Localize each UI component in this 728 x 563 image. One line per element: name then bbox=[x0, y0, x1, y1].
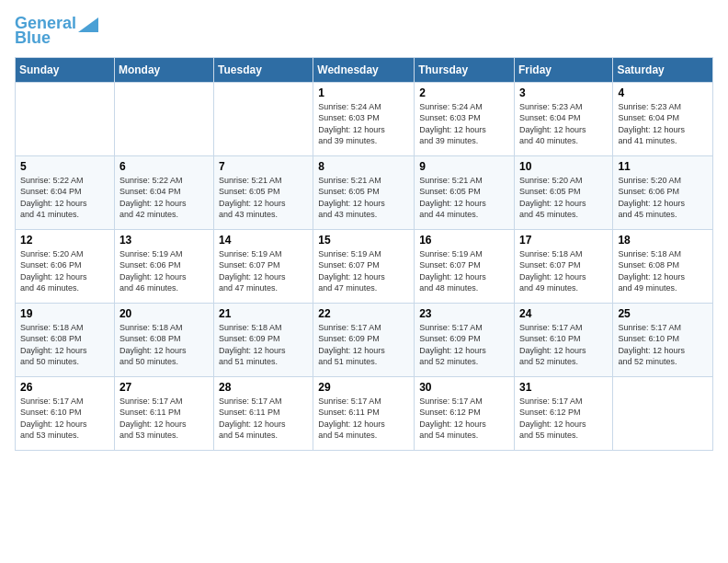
day-number: 4 bbox=[618, 86, 708, 99]
calendar-cell: 3Sunrise: 5:23 AM Sunset: 6:04 PM Daylig… bbox=[514, 82, 612, 155]
calendar-cell: 5Sunrise: 5:22 AM Sunset: 6:04 PM Daylig… bbox=[16, 155, 115, 229]
day-number: 20 bbox=[119, 307, 209, 320]
day-info: Sunrise: 5:18 AM Sunset: 6:08 PM Dayligh… bbox=[618, 248, 708, 294]
calendar-cell: 6Sunrise: 5:22 AM Sunset: 6:04 PM Daylig… bbox=[114, 155, 213, 229]
calendar-cell: 16Sunrise: 5:19 AM Sunset: 6:07 PM Dayli… bbox=[415, 229, 515, 303]
calendar-cell: 25Sunrise: 5:17 AM Sunset: 6:10 PM Dayli… bbox=[613, 303, 713, 376]
calendar-table: SundayMondayTuesdayWednesdayThursdayFrid… bbox=[15, 57, 713, 451]
day-number: 10 bbox=[519, 160, 608, 173]
day-number: 12 bbox=[20, 234, 109, 247]
calendar-cell: 30Sunrise: 5:17 AM Sunset: 6:12 PM Dayli… bbox=[415, 376, 515, 450]
calendar-cell: 17Sunrise: 5:18 AM Sunset: 6:07 PM Dayli… bbox=[514, 229, 612, 303]
day-number: 31 bbox=[519, 381, 608, 394]
day-number: 13 bbox=[119, 234, 209, 247]
day-number: 28 bbox=[219, 381, 308, 394]
day-info: Sunrise: 5:23 AM Sunset: 6:04 PM Dayligh… bbox=[618, 101, 708, 147]
calendar-week-row: 1Sunrise: 5:24 AM Sunset: 6:03 PM Daylig… bbox=[16, 82, 713, 155]
day-info: Sunrise: 5:19 AM Sunset: 6:07 PM Dayligh… bbox=[219, 248, 308, 294]
day-info: Sunrise: 5:21 AM Sunset: 6:05 PM Dayligh… bbox=[318, 175, 409, 221]
day-number: 26 bbox=[20, 381, 109, 394]
calendar-cell: 28Sunrise: 5:17 AM Sunset: 6:11 PM Dayli… bbox=[214, 376, 313, 450]
day-number: 3 bbox=[519, 86, 608, 99]
calendar-cell bbox=[114, 82, 213, 155]
svg-marker-0 bbox=[78, 17, 98, 32]
day-number: 25 bbox=[618, 307, 708, 320]
calendar-header-sunday: Sunday bbox=[16, 57, 115, 82]
day-number: 7 bbox=[219, 160, 308, 173]
calendar-cell: 4Sunrise: 5:23 AM Sunset: 6:04 PM Daylig… bbox=[613, 82, 713, 155]
day-number: 19 bbox=[20, 307, 109, 320]
day-info: Sunrise: 5:18 AM Sunset: 6:08 PM Dayligh… bbox=[119, 322, 209, 368]
day-number: 16 bbox=[419, 234, 509, 247]
calendar-cell: 29Sunrise: 5:17 AM Sunset: 6:11 PM Dayli… bbox=[313, 376, 415, 450]
calendar-cell: 14Sunrise: 5:19 AM Sunset: 6:07 PM Dayli… bbox=[214, 229, 313, 303]
calendar-cell: 10Sunrise: 5:20 AM Sunset: 6:05 PM Dayli… bbox=[514, 155, 612, 229]
calendar-cell: 15Sunrise: 5:19 AM Sunset: 6:07 PM Dayli… bbox=[313, 229, 415, 303]
day-number: 5 bbox=[20, 160, 109, 173]
day-number: 29 bbox=[318, 381, 409, 394]
calendar-cell: 23Sunrise: 5:17 AM Sunset: 6:09 PM Dayli… bbox=[415, 303, 515, 376]
calendar-cell: 19Sunrise: 5:18 AM Sunset: 6:08 PM Dayli… bbox=[16, 303, 115, 376]
day-info: Sunrise: 5:17 AM Sunset: 6:10 PM Dayligh… bbox=[618, 322, 708, 368]
day-info: Sunrise: 5:24 AM Sunset: 6:03 PM Dayligh… bbox=[419, 101, 509, 147]
day-number: 8 bbox=[318, 160, 409, 173]
day-info: Sunrise: 5:19 AM Sunset: 6:07 PM Dayligh… bbox=[419, 248, 509, 294]
calendar-header-saturday: Saturday bbox=[613, 57, 713, 82]
calendar-week-row: 12Sunrise: 5:20 AM Sunset: 6:06 PM Dayli… bbox=[16, 229, 713, 303]
day-number: 9 bbox=[419, 160, 509, 173]
day-info: Sunrise: 5:18 AM Sunset: 6:07 PM Dayligh… bbox=[519, 248, 608, 294]
day-number: 22 bbox=[318, 307, 409, 320]
day-number: 14 bbox=[219, 234, 308, 247]
day-info: Sunrise: 5:21 AM Sunset: 6:05 PM Dayligh… bbox=[419, 175, 509, 221]
day-info: Sunrise: 5:22 AM Sunset: 6:04 PM Dayligh… bbox=[20, 175, 109, 221]
day-info: Sunrise: 5:17 AM Sunset: 6:10 PM Dayligh… bbox=[20, 396, 109, 442]
day-info: Sunrise: 5:17 AM Sunset: 6:10 PM Dayligh… bbox=[519, 322, 608, 368]
calendar-cell bbox=[16, 82, 115, 155]
calendar-cell: 26Sunrise: 5:17 AM Sunset: 6:10 PM Dayli… bbox=[16, 376, 115, 450]
day-info: Sunrise: 5:17 AM Sunset: 6:12 PM Dayligh… bbox=[519, 396, 608, 442]
day-number: 24 bbox=[519, 307, 608, 320]
calendar-cell bbox=[613, 376, 713, 450]
calendar-header-friday: Friday bbox=[514, 57, 612, 82]
day-info: Sunrise: 5:19 AM Sunset: 6:06 PM Dayligh… bbox=[119, 248, 209, 294]
calendar-cell: 7Sunrise: 5:21 AM Sunset: 6:05 PM Daylig… bbox=[214, 155, 313, 229]
day-info: Sunrise: 5:20 AM Sunset: 6:05 PM Dayligh… bbox=[519, 175, 608, 221]
day-info: Sunrise: 5:24 AM Sunset: 6:03 PM Dayligh… bbox=[318, 101, 409, 147]
calendar-cell: 12Sunrise: 5:20 AM Sunset: 6:06 PM Dayli… bbox=[16, 229, 115, 303]
day-info: Sunrise: 5:20 AM Sunset: 6:06 PM Dayligh… bbox=[618, 175, 708, 221]
calendar-cell: 22Sunrise: 5:17 AM Sunset: 6:09 PM Dayli… bbox=[313, 303, 415, 376]
day-number: 18 bbox=[618, 234, 708, 247]
calendar-header-row: SundayMondayTuesdayWednesdayThursdayFrid… bbox=[16, 57, 713, 82]
logo-icon bbox=[78, 17, 98, 32]
day-info: Sunrise: 5:18 AM Sunset: 6:08 PM Dayligh… bbox=[20, 322, 109, 368]
calendar-header-tuesday: Tuesday bbox=[214, 57, 313, 82]
day-info: Sunrise: 5:17 AM Sunset: 6:12 PM Dayligh… bbox=[419, 396, 509, 442]
calendar-cell bbox=[214, 82, 313, 155]
day-number: 21 bbox=[219, 307, 308, 320]
calendar-cell: 24Sunrise: 5:17 AM Sunset: 6:10 PM Dayli… bbox=[514, 303, 612, 376]
logo: General Blue bbox=[15, 15, 98, 48]
calendar-header-thursday: Thursday bbox=[415, 57, 515, 82]
day-info: Sunrise: 5:21 AM Sunset: 6:05 PM Dayligh… bbox=[219, 175, 308, 221]
day-info: Sunrise: 5:17 AM Sunset: 6:11 PM Dayligh… bbox=[219, 396, 308, 442]
calendar-cell: 8Sunrise: 5:21 AM Sunset: 6:05 PM Daylig… bbox=[313, 155, 415, 229]
calendar-week-row: 26Sunrise: 5:17 AM Sunset: 6:10 PM Dayli… bbox=[16, 376, 713, 450]
day-number: 30 bbox=[419, 381, 509, 394]
day-info: Sunrise: 5:17 AM Sunset: 6:11 PM Dayligh… bbox=[318, 396, 409, 442]
day-number: 11 bbox=[618, 160, 708, 173]
calendar-cell: 21Sunrise: 5:18 AM Sunset: 6:09 PM Dayli… bbox=[214, 303, 313, 376]
calendar-cell: 11Sunrise: 5:20 AM Sunset: 6:06 PM Dayli… bbox=[613, 155, 713, 229]
calendar-header-wednesday: Wednesday bbox=[313, 57, 415, 82]
day-number: 27 bbox=[119, 381, 209, 394]
day-number: 6 bbox=[119, 160, 209, 173]
day-info: Sunrise: 5:23 AM Sunset: 6:04 PM Dayligh… bbox=[519, 101, 608, 147]
day-number: 17 bbox=[519, 234, 608, 247]
calendar-week-row: 19Sunrise: 5:18 AM Sunset: 6:08 PM Dayli… bbox=[16, 303, 713, 376]
day-info: Sunrise: 5:17 AM Sunset: 6:11 PM Dayligh… bbox=[119, 396, 209, 442]
day-info: Sunrise: 5:17 AM Sunset: 6:09 PM Dayligh… bbox=[419, 322, 509, 368]
day-info: Sunrise: 5:22 AM Sunset: 6:04 PM Dayligh… bbox=[119, 175, 209, 221]
calendar-cell: 9Sunrise: 5:21 AM Sunset: 6:05 PM Daylig… bbox=[415, 155, 515, 229]
calendar-cell: 20Sunrise: 5:18 AM Sunset: 6:08 PM Dayli… bbox=[114, 303, 213, 376]
calendar-week-row: 5Sunrise: 5:22 AM Sunset: 6:04 PM Daylig… bbox=[16, 155, 713, 229]
calendar-cell: 18Sunrise: 5:18 AM Sunset: 6:08 PM Dayli… bbox=[613, 229, 713, 303]
